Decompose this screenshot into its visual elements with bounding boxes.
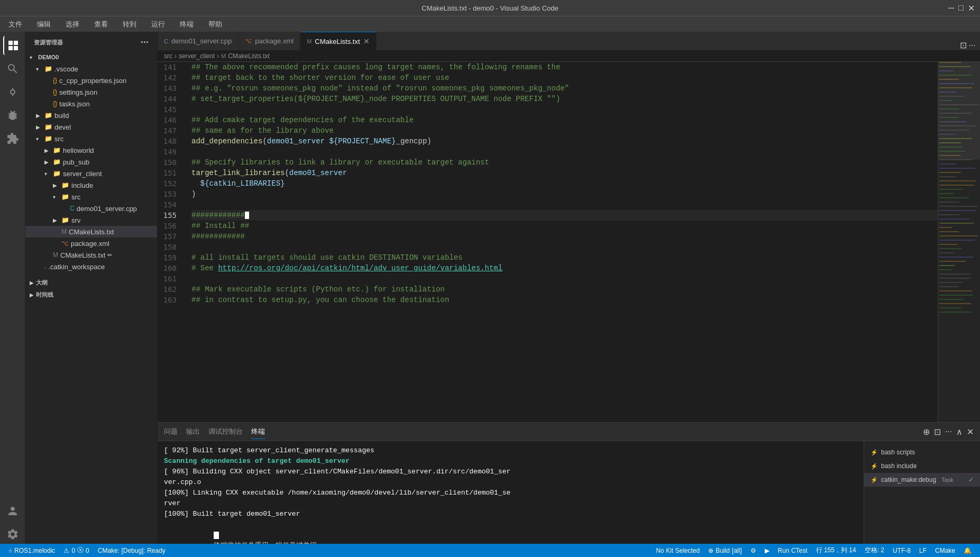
activity-source-control[interactable] xyxy=(3,83,22,102)
activity-bar xyxy=(0,32,25,544)
tree-item-cmakelists-2[interactable]: M CMakeLists.txt ✏ xyxy=(25,249,157,261)
tab-label: package.xml xyxy=(255,37,294,45)
status-build[interactable]: ⊕ Build [all] xyxy=(704,544,746,557)
window-controls[interactable]: ─ □ ✕ xyxy=(948,3,975,13)
menu-item-select[interactable]: 选择 xyxy=(62,19,83,30)
code-line-161 xyxy=(191,273,938,284)
tree-item-helloworld[interactable]: ▶ 📁 helloworld xyxy=(25,144,157,156)
status-no-kit[interactable]: No Kit Selected xyxy=(652,544,704,557)
tab-demo01-server[interactable]: C demo01_server.cpp xyxy=(158,32,239,50)
status-notification[interactable]: 🔔 xyxy=(959,544,976,557)
line-num-149: 149 xyxy=(158,147,177,157)
tree-item-src[interactable]: ▾ 📁 src xyxy=(25,133,157,144)
tree-item-demo0[interactable]: ▾ DEMO0 xyxy=(25,51,157,63)
split-editor-button[interactable]: ⊡ xyxy=(960,40,967,50)
code-line-142: ## target back to the shorter version fo… xyxy=(191,72,938,83)
tree-item-demo01-server[interactable]: C demo01_server.cpp xyxy=(25,203,157,214)
status-errors[interactable]: ⚠ 0 ⓧ 0 xyxy=(59,544,93,557)
tree-item-build[interactable]: ▶ 📁 build xyxy=(25,109,157,121)
terminal-line-4: [100%] Linking CXX executable /home/xiao… xyxy=(164,488,857,498)
terminal-collapse-button[interactable]: ∧ xyxy=(956,427,963,437)
file-label: CMakeLists.txt xyxy=(60,251,105,259)
terminal-line-4b: rver xyxy=(164,498,857,509)
timeline-header[interactable]: ▶ 时间线 xyxy=(30,291,157,299)
tree-item-tasks-json[interactable]: {} tasks.json xyxy=(25,98,157,109)
status-run-ctest[interactable]: Run CTest xyxy=(774,544,812,557)
activity-account[interactable] xyxy=(3,501,22,521)
activity-extensions[interactable] xyxy=(3,129,22,148)
terminal-right-item-bash-include[interactable]: ⚡ bash include xyxy=(864,459,980,473)
status-language[interactable]: CMake xyxy=(931,544,959,557)
status-spaces[interactable]: 空格: 2 xyxy=(860,544,889,557)
status-play[interactable]: ▶ xyxy=(761,544,774,557)
code-content[interactable]: ## The above recommended prefix causes l… xyxy=(187,62,938,422)
more-actions-button[interactable]: ··· xyxy=(969,41,976,50)
outline-header[interactable]: ▶ 大纲 xyxy=(30,279,157,287)
tab-close-button[interactable]: ✕ xyxy=(363,38,370,45)
tree-item-srv[interactable]: ▶ 📁 srv xyxy=(25,214,157,226)
tree-item-devel[interactable]: ▶ 📁 devel xyxy=(25,121,157,133)
tree-item-cmakelists-active[interactable]: M CMakeLists.txt xyxy=(25,226,157,238)
status-branch[interactable]: ⑃ ROS1.melodic xyxy=(4,544,59,557)
menu-item-help[interactable]: 帮助 xyxy=(205,19,225,30)
menu-item-view[interactable]: 查看 xyxy=(91,19,111,30)
status-cmake[interactable]: CMake: [Debug]: Ready xyxy=(94,544,170,557)
breadcrumb-file[interactable]: CMakeLists.txt xyxy=(228,52,270,60)
status-line-col[interactable]: 行 155，列 14 xyxy=(812,544,860,557)
terminal-more-button[interactable]: ··· xyxy=(945,427,952,436)
terminal-tab-terminal[interactable]: 终端 xyxy=(251,425,265,439)
tree-item-server-client[interactable]: ▾ 📁 server_client xyxy=(25,168,157,179)
terminal-tab-debug[interactable]: 调试控制台 xyxy=(208,425,243,439)
terminal-tab-problems[interactable]: 问题 xyxy=(164,425,178,439)
terminal-new-button[interactable]: ⊕ xyxy=(923,427,930,437)
activity-explorer[interactable] xyxy=(3,36,22,55)
status-encoding[interactable]: UTF-8 xyxy=(889,544,915,557)
terminal-split-button[interactable]: ⊡ xyxy=(934,427,941,437)
menu-item-edit[interactable]: 编辑 xyxy=(34,19,54,30)
status-right: No Kit Selected ⊕ Build [all] ⚙ ▶ Run CT… xyxy=(652,544,976,557)
menu-item-goto[interactable]: 转到 xyxy=(120,19,140,30)
tree-item-settings-json[interactable]: {} settings.json xyxy=(25,86,157,98)
code-line-143: ## e.g. "rosrun someones_pkg node" inste… xyxy=(191,83,938,94)
status-cmake-opts[interactable]: ⚙ xyxy=(746,544,761,557)
terminal-tab-output[interactable]: 输出 xyxy=(186,425,200,439)
tab-icon: M xyxy=(307,38,312,44)
tab-cmakelists[interactable]: M CMakeLists.txt ✕ xyxy=(300,32,376,50)
breadcrumb-server-client[interactable]: server_client xyxy=(179,52,215,60)
tree-item-pub-sub[interactable]: ▶ 📁 pub_sub xyxy=(25,156,157,168)
terminal-close-button[interactable]: ✕ xyxy=(967,427,974,437)
tree-item-src-sub[interactable]: ▾ 📁 src xyxy=(25,191,157,203)
activity-settings[interactable] xyxy=(3,525,22,544)
line-num-162: 162 xyxy=(158,284,177,295)
breadcrumb-src[interactable]: src xyxy=(164,52,172,60)
minimize-button[interactable]: ─ xyxy=(948,3,954,13)
sidebar-more-button[interactable]: ··· xyxy=(141,37,149,48)
tree-item-package-xml[interactable]: ⌥ package.xml xyxy=(25,238,157,249)
code-line-153: ) xyxy=(191,189,938,199)
terminal-item-label: bash scripts xyxy=(881,449,915,456)
tab-package-xml[interactable]: ⌥ package.xml xyxy=(239,32,300,50)
close-button[interactable]: ✕ xyxy=(968,3,975,13)
breadcrumb-sep2: › xyxy=(217,52,219,60)
terminal-main[interactable]: [ 92%] Built target server_client_genera… xyxy=(158,441,864,544)
terminal-right-item-bash-scripts[interactable]: ⚡ bash scripts xyxy=(864,445,980,459)
tree-item-cpp-properties[interactable]: {} c_cpp_properties.json xyxy=(25,75,157,86)
outline-section: ▶ 大纲 xyxy=(25,279,157,289)
activity-debug[interactable] xyxy=(3,106,22,125)
tree-item-catkin-ws[interactable]: . .catkin_workspace xyxy=(25,261,157,272)
menu-item-terminal[interactable]: 终端 xyxy=(177,19,197,30)
sidebar-header: 资源管理器 ··· xyxy=(25,32,157,51)
code-line-158 xyxy=(191,242,938,252)
tree-item-vscode[interactable]: ▾ 📁 .vscode xyxy=(25,63,157,75)
activity-search[interactable] xyxy=(3,59,22,78)
terminal-right-item-catkin[interactable]: ⚡ catkin_make:debug Task ✓ xyxy=(864,473,980,487)
menu-item-file[interactable]: 文件 xyxy=(5,19,25,30)
terminal-tabs: 问题 输出 调试控制台 终端 ⊕ ⊡ ··· ∧ ✕ xyxy=(158,423,980,441)
menu-item-run[interactable]: 运行 xyxy=(148,19,168,30)
status-eol[interactable]: LF xyxy=(915,544,931,557)
error-icon: ⓧ xyxy=(77,546,84,555)
code-editor[interactable]: 141 142 143 144 145 146 147 148 149 150 … xyxy=(158,62,980,422)
tree-item-include[interactable]: ▶ 📁 include xyxy=(25,179,157,191)
maximize-button[interactable]: □ xyxy=(958,3,964,13)
folder-label: src xyxy=(54,135,63,143)
